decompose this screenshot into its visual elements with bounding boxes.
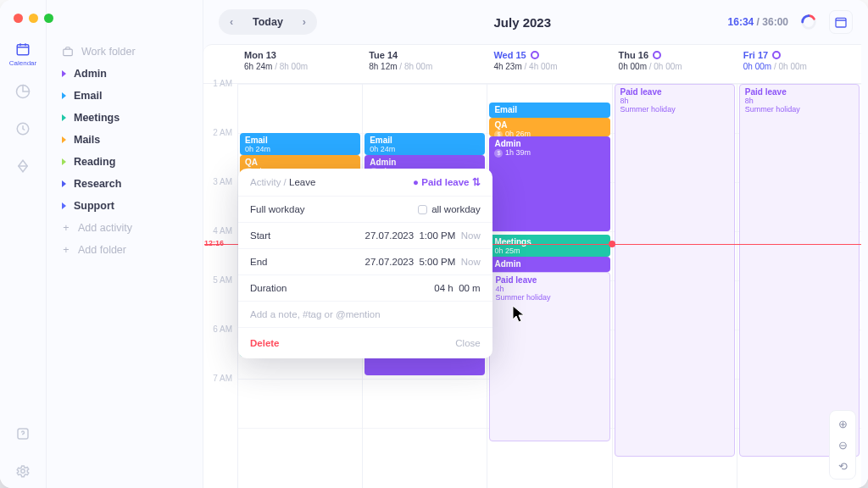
prev-button[interactable]: ‹ bbox=[219, 9, 244, 35]
month-title: July 2023 bbox=[326, 15, 720, 30]
end-now-button[interactable]: Now bbox=[461, 257, 481, 267]
progress-ring-icon[interactable] bbox=[797, 10, 821, 34]
sidebar: Work folder Admin Email Meetings Mails R… bbox=[47, 0, 203, 488]
iconbar-label: Calendar bbox=[9, 59, 36, 67]
end-time-input[interactable]: 5:00 PM bbox=[419, 257, 455, 267]
delete-button[interactable]: Delete bbox=[250, 338, 280, 348]
event-meetings[interactable]: Meetings 0h 25m bbox=[489, 235, 609, 257]
iconbar-calendar[interactable]: Calendar bbox=[6, 37, 40, 71]
duration-h-input[interactable]: 04 h bbox=[434, 283, 453, 293]
activity-support[interactable]: Support bbox=[55, 195, 194, 217]
gear-icon bbox=[15, 463, 31, 479]
all-workday-checkbox[interactable]: all workday bbox=[418, 204, 481, 214]
leave-type-select[interactable]: ● Paid leave ⇅ bbox=[413, 176, 481, 188]
iconbar: Calendar bbox=[0, 0, 47, 488]
activity-meetings[interactable]: Meetings bbox=[55, 107, 194, 129]
triangle-icon bbox=[62, 180, 66, 187]
time-stat: 16:34 / 36:00 bbox=[728, 16, 788, 28]
duration-m-input[interactable]: 00 m bbox=[459, 283, 481, 293]
day-col-wed[interactable]: Email QA $ 0h 26m Admin $ 1h 39m Meeting… bbox=[487, 84, 611, 488]
close-button[interactable]: Close bbox=[455, 338, 480, 348]
add-folder[interactable]: + Add folder bbox=[55, 239, 194, 261]
popup-workday-row: Full workday all workday bbox=[238, 197, 492, 223]
activity-reading[interactable]: Reading bbox=[55, 151, 194, 173]
hour-label: 5 AM bbox=[203, 275, 232, 324]
activity-email[interactable]: Email bbox=[55, 85, 194, 107]
maximize-dot[interactable] bbox=[44, 14, 53, 23]
triangle-icon bbox=[62, 202, 66, 209]
calendar-icon bbox=[15, 42, 31, 57]
popup-type-row: Activity / Leave ● Paid leave ⇅ bbox=[238, 169, 492, 197]
window-traffic-lights[interactable] bbox=[14, 14, 53, 23]
ring-icon bbox=[799, 13, 818, 31]
hour-label: 2 AM bbox=[203, 128, 232, 177]
work-folder-label: Work folder bbox=[81, 46, 136, 58]
help-icon bbox=[15, 426, 31, 441]
activity-research[interactable]: Research bbox=[55, 173, 194, 195]
day-col-thu[interactable]: Paid leave 8h Summer holiday bbox=[612, 84, 737, 488]
start-time-input[interactable]: 1:00 PM bbox=[419, 230, 455, 241]
event-paid-leave[interactable]: Paid leave 8h Summer holiday bbox=[739, 84, 860, 457]
add-activity-label: Add activity bbox=[78, 222, 132, 234]
hour-label: 1 AM bbox=[203, 79, 232, 128]
activity-admin[interactable]: Admin bbox=[55, 63, 194, 85]
iconbar-settings[interactable] bbox=[6, 454, 40, 488]
iconbar-clock[interactable] bbox=[6, 112, 40, 146]
triangle-icon bbox=[62, 70, 66, 77]
triangle-icon bbox=[62, 136, 66, 143]
today-button[interactable]: Today bbox=[244, 16, 292, 28]
activity-label: Meetings bbox=[74, 112, 120, 124]
event-paid-leave[interactable]: Paid leave 4h Summer holiday bbox=[489, 272, 609, 441]
triangle-icon bbox=[62, 92, 66, 99]
today-nav: ‹ Today › bbox=[219, 9, 317, 35]
iconbar-reports[interactable] bbox=[6, 75, 40, 108]
day-header[interactable]: Fri 17 0h 00m / 0h 00m bbox=[737, 45, 861, 83]
popup-note-row: Add a note, #tag or @mention bbox=[238, 302, 492, 328]
svg-rect-0 bbox=[17, 45, 29, 55]
day-headers: Mon 13 6h 24m / 8h 00m Tue 14 8h 12m / 8… bbox=[203, 45, 861, 84]
zoom-in-button[interactable]: ⊕ bbox=[833, 414, 852, 433]
work-folder-row[interactable]: Work folder bbox=[55, 41, 194, 63]
day-header[interactable]: Wed 15 4h 23m / 4h 00m bbox=[487, 45, 611, 83]
calendar-columns: Email 0h 24m QA $ 0h 26m Admin with @dev… bbox=[237, 84, 861, 488]
zoom-out-button[interactable]: ⊖ bbox=[833, 435, 852, 454]
popup-end-row: End 27.07.2023 5:00 PM Now bbox=[238, 249, 492, 275]
diamond-icon bbox=[15, 158, 31, 174]
iconbar-help[interactable] bbox=[6, 417, 40, 451]
event-admin[interactable]: Admin bbox=[489, 257, 609, 272]
hour-label: 3 AM bbox=[203, 177, 232, 226]
event-admin[interactable]: Admin $ 1h 39m bbox=[489, 136, 609, 231]
iconbar-app[interactable] bbox=[6, 149, 40, 183]
day-header[interactable]: Thu 16 0h 00m / 0h 00m bbox=[612, 45, 737, 83]
minimize-dot[interactable] bbox=[29, 14, 38, 23]
start-date-input[interactable]: 27.07.2023 bbox=[365, 230, 415, 241]
start-now-button[interactable]: Now bbox=[461, 230, 481, 241]
day-header[interactable]: Mon 13 6h 24m / 8h 00m bbox=[237, 45, 362, 83]
activity-label: Research bbox=[74, 178, 121, 190]
activity-label: Mails bbox=[74, 134, 100, 146]
activity-label: Reading bbox=[74, 156, 115, 168]
event-paid-leave[interactable]: Paid leave 8h Summer holiday bbox=[615, 84, 735, 457]
hour-label: 4 AM bbox=[203, 226, 232, 275]
zoom-reset-button[interactable]: ⟲ bbox=[833, 457, 852, 475]
svg-rect-4 bbox=[64, 49, 73, 56]
end-date-input[interactable]: 27.07.2023 bbox=[365, 257, 415, 267]
day-col-mon[interactable]: Email 0h 24m QA $ 0h 26m Admin with @dev… bbox=[237, 84, 362, 488]
hour-labels: 1 AM2 AM3 AM4 AM5 AM6 AM7 AM bbox=[203, 84, 237, 488]
event-email[interactable]: Email bbox=[489, 103, 609, 118]
close-dot[interactable] bbox=[14, 14, 23, 23]
add-activity[interactable]: + Add activity bbox=[55, 217, 194, 239]
event-email[interactable]: Email 0h 24m bbox=[364, 133, 485, 155]
current-time-dot bbox=[609, 241, 615, 247]
event-email[interactable]: Email 0h 24m bbox=[240, 133, 360, 155]
next-button[interactable]: › bbox=[292, 9, 317, 35]
event-qa[interactable]: QA $ 0h 26m bbox=[489, 118, 609, 136]
ring-icon bbox=[772, 51, 781, 59]
topbar: ‹ Today › July 2023 16:34 / 36:00 bbox=[203, 0, 868, 44]
note-input[interactable]: Add a note, #tag or @mention bbox=[250, 309, 481, 319]
activity-mails[interactable]: Mails bbox=[55, 129, 194, 151]
day-header[interactable]: Tue 14 8h 12m / 8h 00m bbox=[362, 45, 487, 83]
svg-rect-6 bbox=[836, 18, 846, 27]
calendar-view-button[interactable] bbox=[829, 10, 853, 34]
popup-duration-row: Duration 04 h 00 m bbox=[238, 275, 492, 302]
